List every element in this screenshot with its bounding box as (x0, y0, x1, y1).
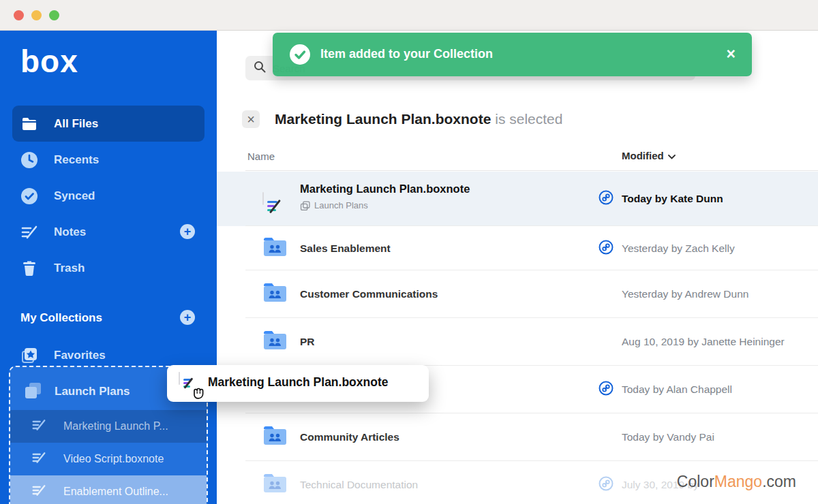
file-name: Marketing Launch Plan.boxnote (300, 183, 470, 195)
watermark-part: Color (677, 473, 714, 490)
drag-ghost[interactable]: Marketing Launch Plan.boxnote (167, 365, 429, 402)
toast-message: Item added to your Collection (320, 47, 493, 61)
boxnote-icon (31, 484, 46, 500)
window-minimize-button[interactable] (31, 10, 42, 20)
folder-name: Technical Documentation (300, 479, 418, 491)
sidebar-item-enablement-outline[interactable]: Enablement Outline... (10, 475, 207, 504)
modified-cell: Aug 10, 2019 by Janette Heininger (599, 334, 785, 349)
link-icon-spacer (599, 334, 614, 349)
close-selection-icon[interactable]: × (242, 110, 260, 128)
table-row-sales-enablement[interactable]: Sales Enablement Yesterday by Zach Kelly (217, 226, 818, 270)
window-titlebar (0, 0, 818, 31)
check-circle-icon (20, 187, 38, 205)
file-list: Marketing Launch Plan.boxnote Launch Pla… (217, 172, 818, 504)
file-collection-tag: Launch Plans (300, 200, 368, 210)
sidebar-item-all-files[interactable]: All Files (12, 106, 204, 142)
box-logo[interactable]: box (20, 46, 78, 77)
sidebar-item-notes[interactable]: Notes + (0, 214, 217, 250)
favorites-star-icon (20, 347, 38, 364)
clock-icon (20, 151, 38, 169)
modified-text: Today by Vandy Pai (622, 431, 714, 443)
modified-text: Today by Kate Dunn (622, 193, 723, 205)
modified-text: Yesterday by Andrew Dunn (622, 288, 748, 300)
sidebar-item-label: Trash (54, 262, 85, 275)
trash-icon (20, 259, 38, 277)
modified-cell: Today by Kate Dunn (599, 190, 723, 208)
table-row-customer-communications[interactable]: Customer Communications Yesterday by And… (217, 270, 818, 318)
window-zoom-button[interactable] (49, 10, 59, 20)
modified-cell: Today by Vandy Pai (599, 430, 714, 445)
shared-folder-icon (262, 426, 288, 449)
toast-close-icon[interactable]: × (727, 45, 736, 64)
shared-folder-icon (262, 283, 288, 306)
add-collection-button[interactable]: + (180, 310, 195, 325)
boxnote-icon (31, 418, 46, 435)
folder-icon (20, 115, 38, 133)
boxnote-icon (20, 223, 38, 241)
success-check-icon (290, 44, 310, 65)
table-header-divider (245, 170, 818, 171)
search-icon (254, 61, 266, 76)
link-icon-spacer (599, 430, 614, 445)
column-header-name[interactable]: Name (247, 151, 275, 162)
modified-cell: Yesterday by Zach Kelly (599, 240, 735, 257)
folder-name: Community Articles (300, 431, 399, 443)
sidebar-item-label: Synced (54, 189, 95, 203)
link-icon-spacer (599, 287, 614, 302)
table-row-pr[interactable]: PR Aug 10, 2019 by Janette Heininger (217, 318, 818, 366)
boxnote-file-icon (262, 193, 264, 205)
shared-link-icon[interactable] (599, 476, 614, 494)
selection-suffix: is selected (495, 111, 562, 127)
watermark-part: .com (762, 473, 796, 490)
sidebar-item-trash[interactable]: Trash (0, 250, 217, 286)
shared-folder-icon (262, 330, 288, 353)
selection-title: Marketing Launch Plan.boxnote is selecte… (275, 111, 562, 127)
add-note-button[interactable]: + (180, 224, 195, 239)
modified-text: Yesterday by Zach Kelly (622, 242, 735, 255)
grab-hand-cursor-icon (189, 382, 208, 404)
sidebar-item-video-script[interactable]: Video Script.boxnote (10, 443, 207, 475)
collection-tag-label: Launch Plans (314, 200, 368, 210)
sidebar-item-recents[interactable]: Recents (0, 142, 217, 178)
column-header-modified-label: Modified (622, 150, 664, 161)
collection-icon (300, 201, 310, 210)
sidebar-item-synced[interactable]: Synced (0, 178, 217, 214)
sidebar-item-marketing-launch-plan[interactable]: Marketing Launch P... (10, 410, 207, 443)
my-collections-header: My Collections (20, 311, 102, 325)
sidebar-item-label: Marketing Launch P... (63, 420, 168, 432)
shared-link-icon[interactable] (599, 240, 614, 257)
sidebar-item-label: Favorites (54, 349, 106, 362)
toast-notification: Item added to your Collection × (273, 33, 752, 76)
sidebar-item-label: Enablement Outline... (63, 486, 168, 498)
main-content: × Marketing Launch Plan.boxnote is selec… (217, 31, 818, 504)
watermark: ColorMango.com (677, 473, 796, 491)
folder-name: PR (300, 336, 315, 348)
window-close-button[interactable] (14, 10, 24, 20)
modified-text: Aug 10, 2019 by Janette Heininger (622, 336, 785, 348)
boxnote-file-icon (179, 373, 180, 385)
modified-cell: Yesterday by Andrew Dunn (599, 287, 748, 302)
selected-file-name: Marketing Launch Plan.boxnote (275, 111, 491, 127)
modified-text: Today by Alan Chappell (622, 383, 732, 396)
boxnote-icon (31, 451, 46, 467)
watermark-part: Mango (714, 473, 762, 490)
table-row-community-articles[interactable]: Community Articles Today by Vandy Pai (217, 413, 818, 461)
sidebar-item-label: Recents (54, 153, 99, 167)
sidebar-item-label: Notes (54, 225, 86, 239)
folder-name: Sales Enablement (300, 242, 391, 255)
chevron-down-icon (668, 150, 676, 161)
sidebar-item-label: Launch Plans (55, 385, 130, 398)
shared-folder-icon (262, 237, 288, 260)
shared-folder-icon (262, 473, 288, 497)
sidebar-item-label: All Files (54, 117, 98, 131)
shared-link-icon[interactable] (599, 190, 614, 208)
table-row-marketing-launch-plan[interactable]: Marketing Launch Plan.boxnote Launch Pla… (217, 172, 818, 226)
shared-link-icon[interactable] (599, 381, 614, 398)
drag-ghost-label: Marketing Launch Plan.boxnote (208, 375, 388, 390)
folder-name: Customer Communications (300, 288, 438, 300)
column-header-modified[interactable]: Modified (622, 150, 676, 161)
sidebar-item-label: Video Script.boxnote (63, 453, 164, 465)
sidebar: box All Files Recents Synced Notes + Tra… (0, 31, 217, 504)
collection-icon (24, 381, 42, 402)
modified-cell: Today by Alan Chappell (599, 381, 732, 398)
